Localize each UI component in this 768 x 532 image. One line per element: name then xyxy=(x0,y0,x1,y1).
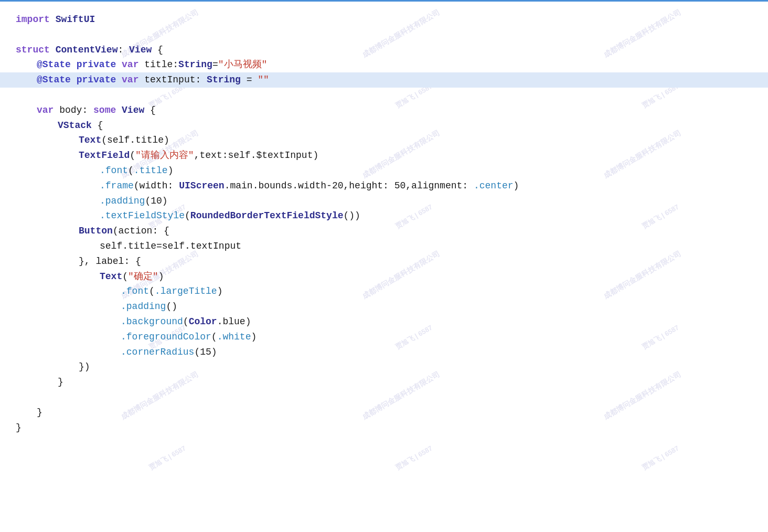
code-line-font: .font(.title) xyxy=(0,163,768,178)
code-token: struct ContentView: View { xyxy=(16,42,163,58)
code-line-font2: .font(.largeTitle) xyxy=(0,284,768,299)
code-line-close-body: } xyxy=(0,405,768,420)
code-token: import SwiftUI xyxy=(16,12,95,27)
code-line-close-vstack: } xyxy=(0,375,768,390)
code-token: var body: some View { xyxy=(37,103,156,118)
code-token: } xyxy=(58,375,63,390)
code-token: .textFieldStyle(RoundedBorderTextFieldSt… xyxy=(100,208,360,224)
code-line-state2: @State private var textInput: String = "… xyxy=(0,72,768,88)
code-token: .font(.title) xyxy=(100,163,173,178)
code-token: .cornerRadius(15) xyxy=(121,345,217,360)
code-line-1: import SwiftUI xyxy=(0,12,768,27)
code-line-padding2: .padding() xyxy=(0,299,768,314)
code-line-blank2 xyxy=(0,88,768,103)
code-line-text: Text(self.title) xyxy=(0,133,768,148)
code-editor: 成都博问金服科技有限公司 成都博问金服科技有限公司 成都博问金服科技有限公司 成… xyxy=(0,0,768,532)
code-line-close-button: }) xyxy=(0,359,768,375)
code-token: .padding() xyxy=(121,299,177,314)
watermark-user: 贾旭飞 | 6587 xyxy=(147,443,188,473)
code-token: .background(Color.blue) xyxy=(121,314,251,329)
code-token: VStack { xyxy=(58,118,103,133)
code-line-corner: .cornerRadius(15) xyxy=(0,345,768,360)
code-token: @State private var title:String="小马视频" xyxy=(37,57,267,72)
code-line-body: var body: some View { xyxy=(0,103,768,118)
code-line-text-confirm: Text("确定") xyxy=(0,269,768,284)
code-token: .padding(10) xyxy=(100,194,168,209)
code-line-button: Button(action: { xyxy=(0,224,768,239)
code-token: TextField("请输入内容",text:self.$textInput) xyxy=(79,148,318,163)
code-token: self.title=self.textInput xyxy=(100,239,241,254)
code-line-foreground: .foregroundColor(.white) xyxy=(0,329,768,345)
code-token: Text(self.title) xyxy=(79,133,169,148)
code-line-padding: .padding(10) xyxy=(0,194,768,209)
code-token: }) xyxy=(79,359,90,375)
code-line-state1: @State private var title:String="小马视频" xyxy=(0,57,768,72)
watermark-user: 贾旭飞 | 6587 xyxy=(640,443,681,473)
code-line-close-struct: } xyxy=(0,420,768,435)
code-line-vstack: VStack { xyxy=(0,118,768,133)
code-token: .font(.largeTitle) xyxy=(121,284,222,299)
code-token: Button(action: { xyxy=(79,224,169,239)
code-line-struct: struct ContentView: View { xyxy=(0,42,768,58)
watermark-user: 贾旭飞 | 6587 xyxy=(393,443,435,473)
code-line-background: .background(Color.blue) xyxy=(0,314,768,329)
code-line-label: }, label: { xyxy=(0,254,768,269)
code-token: }, label: { xyxy=(79,254,141,269)
code-line-blank xyxy=(0,27,768,42)
code-token: .foregroundColor(.white) xyxy=(121,329,257,345)
code-token: @State private var textInput: String = "… xyxy=(37,72,269,88)
code-line-frame: .frame(width: UIScreen.main.bounds.width… xyxy=(0,178,768,194)
code-token: } xyxy=(16,420,22,435)
code-token: Text("确定") xyxy=(100,269,164,284)
code-line-textfieldstyle: .textFieldStyle(RoundedBorderTextFieldSt… xyxy=(0,208,768,224)
code-token: .frame(width: UIScreen.main.bounds.width… xyxy=(100,178,519,194)
code-line-blank3 xyxy=(0,390,768,405)
code-token: } xyxy=(37,405,42,420)
code-line-action: self.title=self.textInput xyxy=(0,239,768,254)
code-line-textfield: TextField("请输入内容",text:self.$textInput) xyxy=(0,148,768,163)
